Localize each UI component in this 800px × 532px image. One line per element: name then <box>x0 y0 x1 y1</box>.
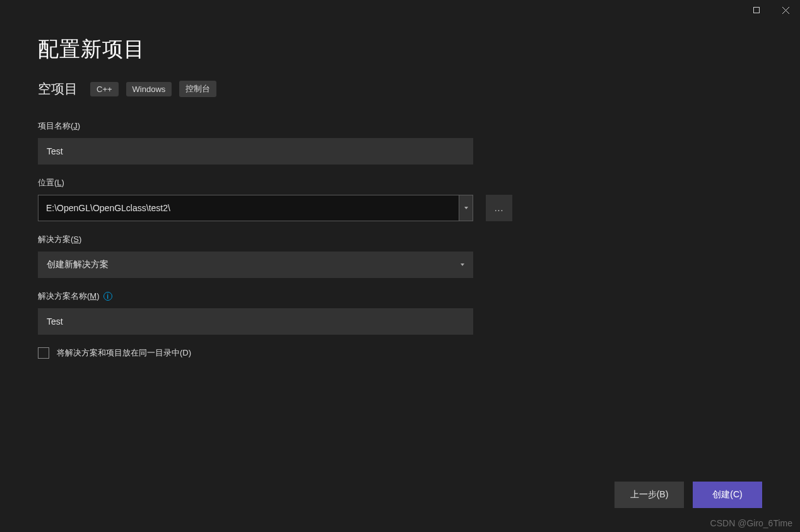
project-name-label: 项目名称(J) <box>38 120 762 132</box>
template-row: 空项目 C++ Windows 控制台 <box>38 80 762 98</box>
back-button[interactable]: 上一步(B) <box>615 482 684 508</box>
template-name: 空项目 <box>38 80 78 98</box>
solution-name-input[interactable] <box>38 308 473 335</box>
same-dir-label: 将解决方案和项目放在同一目录中(D) <box>57 347 191 359</box>
solution-select-value: 创建新解决方案 <box>47 259 109 270</box>
same-dir-row: 将解决方案和项目放在同一目录中(D) <box>38 347 762 359</box>
location-label: 位置(L) <box>38 177 762 188</box>
maximize-button[interactable] <box>742 0 771 20</box>
dialog-footer: 上一步(B) 创建(C) <box>615 482 762 508</box>
window-titlebar <box>0 0 800 20</box>
project-name-group: 项目名称(J) <box>38 120 762 165</box>
solution-select[interactable]: 创建新解决方案 <box>38 252 473 278</box>
create-button[interactable]: 创建(C) <box>693 482 762 508</box>
solution-label: 解决方案(S) <box>38 234 762 245</box>
solution-name-label: 解决方案名称(M) i <box>38 291 762 302</box>
solution-name-group: 解决方案名称(M) i <box>38 291 762 335</box>
dialog-content: 配置新项目 空项目 C++ Windows 控制台 项目名称(J) 位置(L) … <box>0 20 800 359</box>
info-icon[interactable]: i <box>103 292 112 301</box>
page-title: 配置新项目 <box>38 35 762 64</box>
close-button[interactable] <box>771 0 800 20</box>
template-tag-windows: Windows <box>126 82 172 96</box>
location-group: 位置(L) ... <box>38 177 762 221</box>
same-dir-checkbox[interactable] <box>38 347 49 359</box>
project-name-input[interactable] <box>38 138 473 165</box>
location-input[interactable] <box>38 195 459 221</box>
template-tag-cpp: C++ <box>90 82 119 96</box>
template-tag-console: 控制台 <box>179 81 216 97</box>
location-dropdown-button[interactable] <box>459 195 473 221</box>
solution-group: 解决方案(S) 创建新解决方案 <box>38 234 762 278</box>
watermark: CSDN @Giro_6Time <box>710 518 792 528</box>
browse-button[interactable]: ... <box>486 195 512 221</box>
svg-rect-0 <box>754 8 760 13</box>
